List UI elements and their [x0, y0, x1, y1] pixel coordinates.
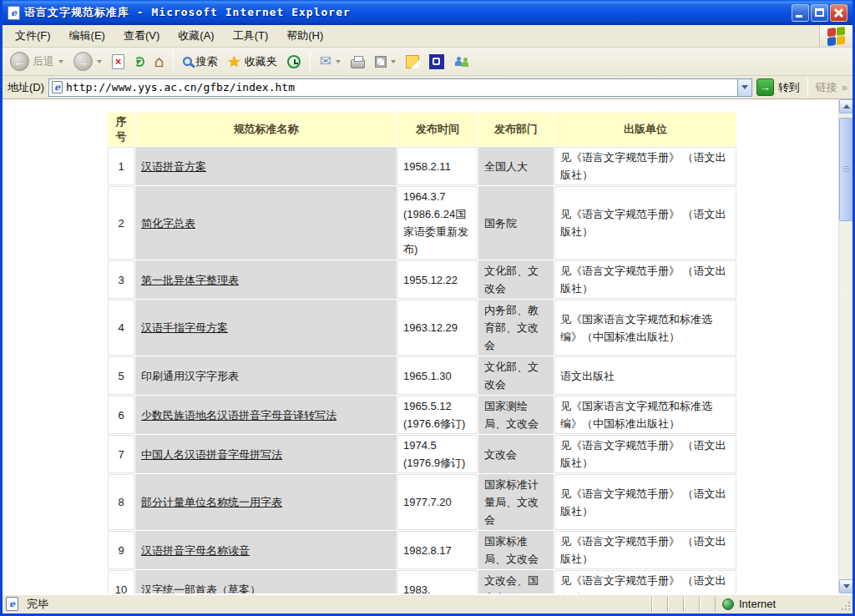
addressbar-separator [807, 78, 808, 98]
menu-tools[interactable]: 工具(T) [224, 25, 278, 47]
discuss-button[interactable] [402, 53, 423, 70]
menu-edit[interactable]: 编辑(E) [60, 25, 114, 47]
back-icon: ← [10, 52, 29, 71]
mail-button[interactable]: ✉ [316, 53, 345, 70]
resize-grip[interactable] [840, 597, 851, 612]
print-button[interactable] [347, 53, 369, 70]
forward-icon: → [73, 52, 93, 71]
messenger-button[interactable] [450, 53, 475, 71]
page-content: 序号 规范标准名称 发布时间 发布部门 出版单位 1 汉语拼音方案 1958.2… [3, 99, 852, 593]
standard-link[interactable]: 汉语手指字母方案 [141, 321, 228, 334]
star-icon: ★ [227, 54, 240, 69]
back-button[interactable]: ← 后退 [6, 50, 68, 73]
scroll-up-button[interactable] [839, 99, 852, 114]
scroll-down-button[interactable] [839, 579, 852, 593]
cell-publisher: 见《语言文字规范手册》 （语文出版社） [554, 570, 736, 593]
cell-date: 1965.1.30 [397, 356, 478, 395]
cell-date: 1963.12.29 [397, 300, 478, 356]
cell-name: 第一批异体字整理表 [135, 260, 397, 299]
cell-publisher: 见《国家语言文字规范和标准选编》（中国标准出版社） [554, 396, 736, 434]
back-dropdown-icon [58, 60, 63, 63]
favorites-button[interactable]: ★ 收藏夹 [223, 53, 281, 71]
go-button[interactable]: → [756, 78, 774, 96]
cell-dept: 国务院 [478, 186, 554, 260]
arrow-down-icon [843, 584, 850, 588]
links-chevron-icon[interactable]: » [842, 81, 847, 93]
address-input[interactable] [66, 80, 737, 95]
go-label: 转到 [778, 80, 800, 95]
col-header-publisher: 出版单位 [554, 113, 736, 146]
cell-publisher: 见《国家语言文字规范和标准选编》（中国标准出版社） [554, 300, 736, 356]
cell-publisher: 语文出版社 [554, 356, 736, 395]
cell-name: 少数民族语地名汉语拼音字母音译转写法 [135, 396, 397, 434]
cell-publisher: 见《语言文字规范手册》 （语文出版社） [554, 186, 736, 260]
table-row: 7 中国人名汉语拼音字母拼写法 1974.5 (1976.9修订) 文改会 见《… [108, 435, 736, 473]
cell-name: 汉字统一部首表（草案） [135, 570, 397, 593]
cell-index: 10 [108, 570, 134, 593]
forward-button[interactable]: → [69, 50, 106, 73]
status-pane [699, 597, 715, 612]
standard-link[interactable]: 汉语拼音字母名称读音 [141, 544, 250, 557]
cell-dept: 内务部、教育部、文改会 [478, 300, 554, 356]
maximize-button[interactable] [811, 4, 828, 22]
cell-name: 中国人名汉语拼音字母拼写法 [135, 435, 397, 473]
address-dropdown-button[interactable] [737, 79, 751, 96]
menu-favorites[interactable]: 收藏(A) [169, 25, 223, 47]
back-label: 后退 [33, 54, 54, 69]
cell-publisher: 见《语言文字规范手册》 （语文出版社） [554, 260, 736, 299]
standard-link[interactable]: 部分计量单位名称统一用字表 [141, 496, 282, 508]
menu-help[interactable]: 帮助(H) [277, 25, 332, 47]
home-button[interactable]: ⌂ [150, 52, 168, 71]
cell-date: 1958.2.11 [397, 147, 478, 185]
blue-app-button[interactable] [425, 53, 448, 71]
cell-date: 1974.5 (1976.9修订) [397, 435, 478, 473]
links-label[interactable]: 链接 [816, 80, 837, 95]
standard-link[interactable]: 第一批异体字整理表 [141, 274, 239, 286]
status-message: 完毕 [27, 597, 48, 612]
cell-publisher: 见《语言文字规范手册》 （语文出版社） [554, 147, 736, 185]
scrollbar-thumb[interactable] [839, 118, 852, 221]
cell-name: 汉语拼音方案 [135, 147, 397, 185]
minimize-button[interactable] [792, 4, 809, 22]
history-button[interactable] [283, 53, 305, 70]
status-pane [651, 597, 667, 612]
col-header-name: 规范标准名称 [135, 113, 397, 146]
table-row: 4 汉语手指字母方案 1963.12.29 内务部、教育部、文改会 见《国家语言… [108, 300, 736, 356]
stop-icon: × [112, 54, 124, 69]
security-zone-pane: Internet [715, 597, 840, 612]
cell-index: 5 [108, 356, 134, 395]
standard-link[interactable]: 汉语拼音方案 [141, 160, 206, 173]
window-title: 语言文字规范标准库 - Microsoft Internet Explorer [24, 5, 792, 20]
standard-link[interactable]: 少数民族语地名汉语拼音字母音译转写法 [141, 409, 336, 422]
document-area: 序号 规范标准名称 发布时间 发布部门 出版单位 1 汉语拼音方案 1958.2… [3, 99, 838, 593]
standard-text: 印刷通用汉字字形表 [141, 370, 239, 382]
cell-index: 9 [108, 531, 134, 569]
printer-icon [351, 59, 365, 68]
menu-file[interactable]: 文件(F) [6, 25, 60, 47]
refresh-button[interactable] [130, 55, 149, 68]
search-button[interactable]: 搜索 [179, 53, 221, 71]
address-page-icon: e [52, 81, 63, 93]
standard-link[interactable]: 中国人名汉语拼音字母拼写法 [141, 448, 282, 461]
home-icon: ⌂ [154, 53, 164, 69]
cell-index: 8 [108, 474, 134, 530]
stop-button[interactable]: × [108, 53, 129, 71]
standard-link[interactable]: 汉字统一部首表（草案） [141, 583, 261, 594]
menu-view[interactable]: 查看(V) [114, 25, 169, 47]
table-row: 10 汉字统一部首表（草案） 1983. 文改会、国家出版局 见《语言文字规范手… [108, 570, 736, 593]
standard-link[interactable]: 简化字总表 [141, 217, 195, 230]
close-button[interactable] [830, 4, 847, 22]
cell-dept: 文改会 [478, 435, 554, 473]
ie-page-icon: e [8, 6, 20, 20]
cell-index: 1 [108, 147, 134, 185]
table-row: 6 少数民族语地名汉语拼音字母音译转写法 1965.5.12 (1976.6修订… [108, 396, 736, 434]
title-bar[interactable]: e 语言文字规范标准库 - Microsoft Internet Explore… [3, 0, 852, 25]
table-row: 2 简化字总表 1964.3.7 (1986.6.24国家语委重新发布) 国务院… [108, 186, 736, 260]
menu-bar: 文件(F) 编辑(E) 查看(V) 收藏(A) 工具(T) 帮助(H) [3, 25, 852, 48]
cell-name: 简化字总表 [135, 186, 397, 260]
stop-x-glyph: × [115, 56, 122, 67]
globe-icon [722, 598, 734, 610]
vertical-scrollbar[interactable] [838, 99, 852, 593]
edit-button[interactable] [371, 54, 400, 69]
maximize-icon [815, 8, 824, 17]
